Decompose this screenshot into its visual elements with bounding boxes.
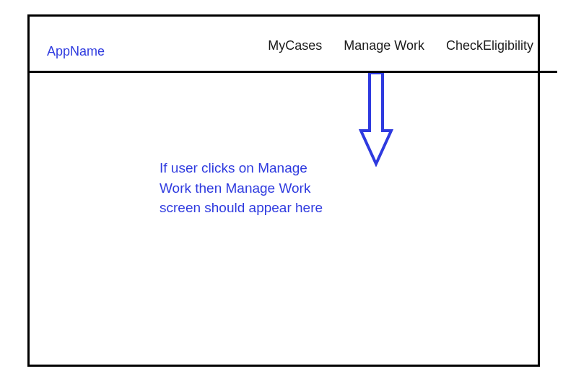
content-area: If user clicks on Manage Work then Manag…: [30, 73, 538, 365]
down-arrow-icon: [358, 73, 394, 170]
border-extension: [540, 71, 557, 73]
app-name-label: AppName: [47, 44, 105, 59]
nav-container: MyCases Manage Work CheckEligibility: [268, 38, 533, 53]
content-description: If user clicks on Manage Work then Manag…: [160, 158, 336, 218]
header-bar: AppName MyCases Manage Work CheckEligibi…: [30, 17, 538, 73]
nav-manage-work[interactable]: Manage Work: [344, 38, 424, 53]
nav-mycases[interactable]: MyCases: [268, 38, 322, 53]
nav-check-eligibility[interactable]: CheckEligibility: [446, 38, 533, 53]
wireframe-frame: AppName MyCases Manage Work CheckEligibi…: [27, 14, 540, 367]
